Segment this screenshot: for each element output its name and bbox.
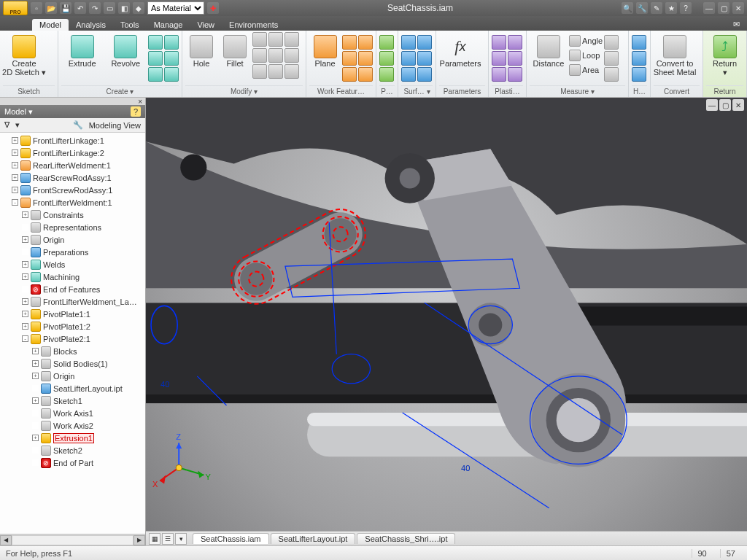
plastic-small-1[interactable] [492,35,506,50]
create-2d-sketch-button[interactable]: Create 2D Sketch ▾ [3,32,45,77]
modify-small-6[interactable] [285,48,299,63]
surf-small-2[interactable] [401,51,416,66]
modify-small-2[interactable] [268,32,283,47]
tree-item[interactable]: +Constraints [22,209,144,221]
measure-small-3[interactable] [604,67,619,82]
pattern-small-2[interactable] [379,51,394,66]
tree-expander-icon[interactable]: + [22,261,28,268]
hole-button[interactable]: Hole [185,32,217,68]
tree-item[interactable]: +PivotPlate1:2 [22,320,144,332]
tree-item[interactable]: Work Axis1 [32,407,144,419]
modify-small-7[interactable] [252,64,267,79]
tree-item[interactable]: +FrontLifterWeldment_La… [22,295,144,308]
tree-expander-icon[interactable]: + [12,149,18,156]
doctab-tile-icon[interactable]: ▦ [149,533,160,545]
modify-small-8[interactable] [268,64,283,79]
tree-item[interactable]: +RearScrewRodAssy:1 [12,171,144,184]
maximize-button[interactable]: ▢ [718,2,729,14]
pattern-small-1[interactable] [379,35,394,50]
panel-label-modify[interactable]: Modify ▾ [185,85,303,97]
key-icon[interactable]: 🔧 [636,2,648,14]
plane-button[interactable]: Plane [309,32,341,68]
doctab-0[interactable]: SeatChassis.iam [193,533,269,544]
panel-label-create[interactable]: Create ▾ [61,85,179,97]
modify-small-9[interactable] [285,64,299,79]
tree-expander-icon[interactable]: + [12,162,18,168]
filter-icon[interactable]: ∇ [4,120,9,130]
tree-item[interactable]: +RearLifterWeldment:1 [12,159,144,171]
qat-material-icon[interactable]: ◧ [118,2,130,14]
tree-item[interactable]: +Origin [32,370,144,382]
tree-expander-icon[interactable]: + [22,323,28,330]
tree-expander-icon[interactable]: + [32,373,39,379]
qat-redo-icon[interactable]: ↷ [89,2,101,14]
panel-label-measure[interactable]: Measure ▾ [530,85,625,97]
tree-item[interactable]: SeatLifterLayout.ipt [32,382,144,394]
modify-small-3[interactable] [285,32,299,47]
return-button[interactable]: ⤴Return ▾ [706,32,743,77]
viewport-close-icon[interactable]: ✕ [732,99,744,111]
surf-small-5[interactable] [417,51,432,66]
tree-expander-icon[interactable]: - [12,199,18,206]
harness-small-2[interactable] [632,51,646,66]
surf-small-1[interactable] [401,35,416,50]
surf-small-6[interactable] [417,67,432,82]
doctab-1[interactable]: SeatLifterLayout.ipt [271,533,356,544]
create-small-1[interactable] [148,35,163,50]
tab-model[interactable]: Model [32,19,69,31]
tree-expander-icon[interactable]: + [12,187,18,193]
loop-button[interactable]: Loop [569,50,603,61]
qat-new-icon[interactable]: ▫ [31,2,42,14]
tree-item[interactable]: -PivotPlate2:1 [22,332,144,345]
tree-expander-icon[interactable]: + [22,273,28,280]
harness-small-1[interactable] [632,35,646,50]
create-small-2[interactable] [148,51,163,66]
qat-save-icon[interactable]: 💾 [60,2,71,14]
plastic-small-2[interactable] [492,51,506,66]
tree-item[interactable]: +Extrusion1 [32,432,144,444]
work-small-1[interactable] [342,35,357,50]
tree-expander-icon[interactable]: - [22,335,28,342]
tree-item[interactable]: +Blocks [32,345,144,357]
tree-expander-icon[interactable]: + [22,311,28,317]
plastic-small-3[interactable] [492,67,506,82]
tree-expander-icon[interactable]: + [12,137,18,144]
plastic-small-5[interactable] [508,51,522,66]
tree-expander-icon[interactable]: + [32,360,39,367]
fillet-button[interactable]: Fillet [219,32,251,68]
tab-view[interactable]: View [190,19,222,31]
work-small-2[interactable] [342,51,357,66]
search-icon[interactable]: 🔍 [622,2,633,14]
appearance-combo[interactable]: As Material [147,1,204,15]
tab-manage[interactable]: Manage [147,19,190,31]
3d-viewport[interactable]: 40 40 Z Y X — [146,98,747,531]
scroll-left-icon[interactable]: ◀ [0,535,12,545]
browser-help-icon[interactable]: ? [131,106,141,117]
qat-appearance-icon[interactable]: ◆ [133,2,144,14]
tab-analysis[interactable]: Analysis [69,19,113,31]
modeling-view-label[interactable]: Modeling View [89,121,141,130]
tree-expander-icon[interactable]: + [32,397,39,404]
doctab-2[interactable]: SeatChassis_Shri….ipt [357,533,455,544]
tree-item[interactable]: +FrontLifterLinkage:2 [12,147,144,159]
angle-button[interactable]: Angle [569,35,603,47]
modify-small-4[interactable] [252,48,267,63]
panel-label-surface[interactable]: Surf… ▾ [401,85,433,97]
tree-expander-icon[interactable]: + [32,348,39,354]
browser-header[interactable]: Model ▾? [0,105,145,118]
tree-item[interactable]: Work Axis2 [32,419,144,432]
tree-item[interactable]: -FrontLifterWeldment:1 [12,196,144,209]
tree-expander-icon[interactable]: + [22,298,28,305]
distance-button[interactable]: Distance [530,32,568,68]
tree-item[interactable]: ⊘End of Features [22,283,144,295]
tree-expander-icon[interactable]: + [22,236,28,243]
measure-small-1[interactable] [604,35,619,50]
modeling-view-icon[interactable]: 🔧 [73,120,83,130]
tab-environments[interactable]: Environments [222,19,285,31]
create-small-4[interactable] [164,35,179,50]
convert-sheet-metal-button[interactable]: Convert to Sheet Metal [654,32,696,77]
star-icon[interactable]: ★ [665,2,677,14]
tree-item[interactable]: Preparations [22,246,144,258]
modify-small-5[interactable] [268,48,283,63]
surf-small-3[interactable] [401,67,416,82]
